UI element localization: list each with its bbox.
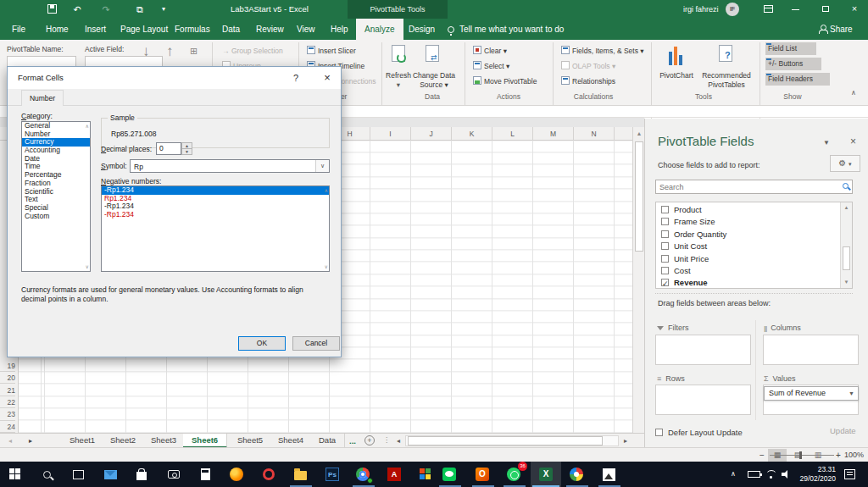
sheet-nav-right-icon[interactable]: ▸	[24, 434, 37, 448]
cancel-button[interactable]: Cancel	[292, 336, 340, 351]
rows-area-box[interactable]	[655, 385, 751, 415]
pane-options-chevron-icon[interactable]: ▼	[823, 139, 830, 147]
search-input[interactable]: Search	[655, 180, 853, 194]
zoom-level[interactable]: 100%	[844, 451, 864, 459]
field-item-product[interactable]: Product	[661, 204, 702, 216]
tab-help[interactable]: Help	[322, 19, 357, 40]
ok-button[interactable]: OK	[238, 336, 286, 351]
more-sheets-indicator[interactable]: ...	[349, 434, 356, 448]
ribbon-display-options-button[interactable]	[756, 0, 780, 19]
collapse-ribbon-icon[interactable]: ∧	[851, 89, 856, 97]
scroll-down-icon[interactable]: ▼	[841, 277, 852, 288]
share-button[interactable]: Share	[819, 19, 853, 40]
sheet-tab-sheet5[interactable]: Sheet5	[229, 434, 272, 448]
spinner-down-icon[interactable]: ▼	[181, 148, 192, 155]
category-item[interactable]: Custom	[22, 213, 90, 221]
scroll-up-icon[interactable]: ∧	[325, 188, 328, 193]
number-tab[interactable]: Number	[21, 90, 64, 106]
olap-tools-button[interactable]: OLAP Tools ▾	[561, 59, 615, 73]
relationships-button[interactable]: Relationships	[561, 75, 615, 88]
refresh-dropdown-icon[interactable]: ▾	[394, 80, 403, 89]
field-item-order-quantity[interactable]: Order Quantity	[661, 229, 726, 241]
scroll-down-icon[interactable]: ∨	[325, 264, 328, 269]
column-header[interactable]: M	[532, 127, 573, 141]
sheet-tab-sheet4[interactable]: Sheet4	[270, 434, 313, 448]
checkbox-icon[interactable]	[661, 267, 669, 274]
row-header[interactable]: 19	[0, 360, 15, 372]
pivotchart-button[interactable]: PivotChart	[654, 71, 698, 80]
battery-icon[interactable]	[748, 471, 760, 478]
vertical-scrollbar-thumb[interactable]	[635, 141, 643, 252]
firefox-app-button[interactable]	[225, 464, 248, 484]
checkbox-checked-icon[interactable]	[661, 279, 669, 286]
clock-date[interactable]: 29/02/2020	[795, 474, 836, 483]
zoom-in-icon[interactable]: +	[836, 449, 841, 462]
scroll-up-icon[interactable]: ▲	[633, 127, 645, 140]
column-header[interactable]: K	[451, 127, 492, 141]
tab-file[interactable]: File	[3, 19, 34, 40]
pane-close-icon[interactable]: ×	[850, 136, 856, 147]
column-header[interactable]: J	[410, 127, 451, 141]
clear-button[interactable]: Clear ▾	[473, 44, 507, 58]
fields-items-sets-button[interactable]: Fields, Items, & Sets ▾	[561, 44, 644, 58]
tab-insert[interactable]: Insert	[76, 19, 114, 40]
acrobat-app-button[interactable]: A	[382, 464, 406, 484]
column-header[interactable]: I	[370, 127, 410, 141]
checkbox-icon[interactable]	[661, 242, 669, 250]
field-item-frame-size[interactable]: Frame Size	[661, 216, 715, 228]
zoom-out-icon[interactable]: −	[760, 449, 765, 462]
scroll-up-icon[interactable]: ∧	[86, 124, 89, 129]
recommended-pivottables-button[interactable]: Recommended	[700, 71, 753, 80]
values-field-pill[interactable]: Sum of Revenue▼	[764, 386, 859, 401]
plus-minus-buttons-toggle[interactable]: +/- Buttons	[765, 58, 821, 70]
column-header[interactable]: L	[492, 127, 532, 141]
wifi-icon[interactable]	[765, 470, 776, 479]
field-list-scrollbar[interactable]: ▲ ▼	[840, 202, 852, 288]
taskbar-search-button[interactable]	[35, 464, 58, 484]
clock-time[interactable]: 23.31	[795, 465, 836, 473]
tools-gear-button[interactable]: ⚙ ▾	[830, 155, 860, 172]
photos-app-button[interactable]	[597, 464, 620, 484]
vertical-scrollbar[interactable]: ▲	[632, 127, 644, 433]
add-sheet-button[interactable]: +	[364, 435, 375, 445]
whatsapp-app-button[interactable]: 36	[502, 464, 526, 484]
minimize-button[interactable]	[784, 0, 808, 19]
field-item-unit-price[interactable]: Unit Price	[661, 253, 709, 265]
tab-analyze[interactable]: Analyze	[356, 19, 403, 40]
line-app-button[interactable]	[437, 464, 461, 484]
row-header[interactable]: 20	[0, 372, 15, 384]
action-center-icon[interactable]	[844, 469, 855, 479]
dialog-help-icon[interactable]: ?	[283, 67, 309, 89]
file-explorer-button[interactable]	[288, 464, 312, 484]
filters-area-box[interactable]	[655, 335, 751, 365]
store-app-button[interactable]	[130, 464, 153, 484]
photoshop-app-button[interactable]: Ps	[320, 464, 344, 484]
column-header[interactable]: N	[573, 127, 614, 141]
field-headers-toggle[interactable]: Field Headers	[765, 73, 830, 86]
redo-icon[interactable]: ↷	[100, 3, 112, 15]
sheet-tab-sheet2[interactable]: Sheet2	[102, 434, 145, 448]
checkbox-icon[interactable]	[661, 206, 669, 213]
save-icon[interactable]	[47, 4, 57, 14]
sheet-tab-sheet6[interactable]: Sheet6	[183, 434, 227, 448]
tab-view[interactable]: View	[288, 19, 324, 40]
sheet-tab-sheet3[interactable]: Sheet3	[142, 434, 186, 448]
change-data-source-button[interactable]: Change Data	[410, 71, 458, 80]
zoom-slider[interactable]	[770, 455, 834, 456]
search-icon[interactable]	[843, 183, 849, 189]
excel-app-button[interactable]: X	[534, 464, 558, 484]
field-item-cost[interactable]: Cost	[661, 265, 691, 277]
mail-app-button[interactable]	[98, 464, 122, 484]
checkbox-icon[interactable]	[661, 255, 669, 263]
office-app-button[interactable]: O	[470, 464, 494, 484]
camera-app-button[interactable]	[162, 464, 186, 484]
horizontal-scrollbar-thumb[interactable]	[408, 436, 603, 445]
move-pivottable-button[interactable]: Move PivotTable	[473, 75, 537, 88]
dialog-close-icon[interactable]: ×	[314, 67, 340, 89]
restore-button[interactable]	[814, 0, 837, 19]
user-name[interactable]: irgi fahrezi	[683, 5, 719, 14]
expand-field-icon[interactable]: ⊞	[190, 46, 198, 57]
negative-item[interactable]: -Rp1.234	[102, 211, 329, 219]
decimal-places-input[interactable]: 0	[156, 142, 181, 155]
symbol-dropdown[interactable]: Rp ∨	[130, 159, 330, 173]
